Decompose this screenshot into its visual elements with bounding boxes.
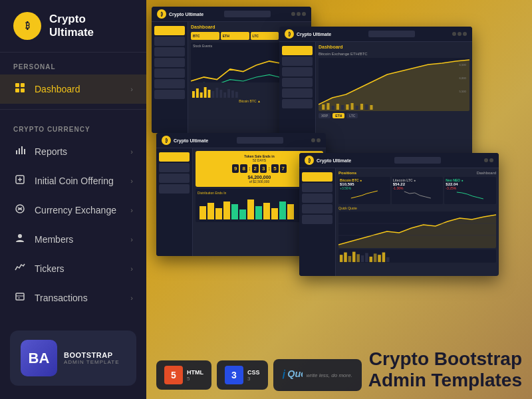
preview-nav-tr-4 — [282, 78, 313, 87]
preview-nav-tr-5 — [282, 88, 313, 98]
svg-rect-54 — [215, 208, 222, 219]
svg-rect-33 — [219, 90, 222, 98]
sidebar-section-crypto: Crypto Currency Reports › — [0, 115, 146, 313]
preview-logo-text: Crypto Ultimate — [169, 12, 203, 17]
svg-rect-2 — [15, 83, 19, 87]
html5-sub: 5 — [187, 376, 203, 382]
section-label-crypto: Crypto Currency — [0, 115, 146, 137]
svg-rect-8 — [21, 146, 23, 154]
svg-rect-47 — [365, 104, 368, 110]
bottom-bar: 5 HTML 5 3 CSS 3 j Query — [146, 340, 532, 399]
preview-dot-bl-1 — [311, 138, 315, 142]
preview-logo-tr: ₿ Crypto Ultimate — [285, 29, 331, 39]
preview-dot-2 — [458, 32, 462, 36]
main-title-section: Crypto Bootstrap Admin Templates — [368, 348, 522, 391]
sidebar-item-dashboard[interactable]: Dashboard › — [0, 74, 146, 104]
svg-text:Query: Query — [287, 368, 303, 379]
svg-rect-38 — [322, 104, 325, 110]
preview-nav-tr-2 — [282, 57, 313, 66]
preview-dot-3 — [463, 32, 467, 36]
nav-br-1 — [302, 172, 332, 182]
svg-rect-70 — [356, 254, 360, 262]
btc-mini-chart — [340, 190, 389, 200]
sidebar-item-members[interactable]: Members › — [0, 225, 146, 254]
count-sep1: : — [249, 164, 251, 173]
preview-main-br: Positions Dashboard Bitcoin BTC ● $10,59… — [336, 168, 499, 276]
main-content: ₿ Crypto Ultimate Dashboard — [146, 0, 532, 399]
svg-rect-9 — [24, 149, 25, 154]
preview-logo-br: ₿ Crypto Ultimate — [305, 156, 351, 165]
reports-icon — [13, 145, 27, 158]
bootstrap-subtitle: ADMIN TEMPLATE — [64, 359, 120, 365]
dashboard-label: Dashboard — [35, 84, 130, 94]
preview-header-bl: ₿ Crypto Ultimate — [156, 133, 326, 148]
preview-nav-tr-1 — [282, 46, 313, 55]
transactions-chevron: › — [130, 294, 133, 302]
tab-xrp: XRP — [319, 113, 331, 118]
badge-html5: 5 HTML 5 — [156, 360, 211, 390]
svg-rect-77 — [386, 257, 390, 262]
svg-rect-45 — [356, 106, 358, 110]
preview-main-tr: Dashboard Bitcoin Exchange ETH/BTC — [316, 42, 472, 160]
ltc-mini-chart — [393, 190, 442, 200]
ba-logo: BA — [21, 340, 57, 376]
jquery-slogan: write less, do more. — [307, 372, 352, 378]
preview-logo-text-tr: Crypto Ultimate — [297, 32, 331, 37]
svg-rect-67 — [344, 253, 347, 263]
tickers-chevron: › — [130, 265, 133, 273]
preview-icon-1 — [291, 12, 295, 16]
positions-title: Positions — [338, 171, 474, 175]
preview-nav-6 — [154, 79, 185, 88]
count-8: 8 — [240, 164, 247, 173]
svg-rect-61 — [271, 208, 278, 219]
svg-rect-62 — [279, 201, 286, 219]
preview-icon-2 — [297, 12, 301, 16]
qq-svg — [338, 211, 496, 248]
stat-2: ETH — [221, 32, 249, 40]
svg-point-14 — [18, 234, 22, 238]
bootstrap-text: BOOTSTRAP ADMIN TEMPLATE — [64, 351, 120, 365]
svg-rect-46 — [360, 104, 363, 110]
transactions-label: Transactions — [35, 293, 130, 303]
svg-rect-7 — [19, 148, 20, 154]
svg-rect-36 — [231, 90, 234, 98]
coin-cards: Bitcoin BTC ● $10,595 +3.56% Litecoin LT… — [338, 177, 496, 204]
exchange-label: Currency Exchange — [35, 205, 130, 215]
sidebar-item-transactions[interactable]: Transactions › — [0, 283, 146, 313]
candlestick-chart: 6,500 6,000 5,500 — [319, 58, 469, 111]
quick-quote-chart — [338, 211, 496, 248]
title-line2: Admin Templates — [368, 370, 522, 390]
sidebar-divider — [0, 109, 146, 110]
css3-label: CSS — [247, 369, 260, 376]
svg-rect-56 — [231, 204, 238, 219]
preview-tabs-tr: XRP ETH LTC — [319, 113, 469, 118]
svg-text:j: j — [283, 368, 286, 379]
svg-rect-69 — [352, 252, 356, 262]
css3-text: CSS 3 — [247, 369, 260, 382]
bootstrap-badge: BA BOOTSTRAP ADMIN TEMPLATE — [10, 331, 136, 386]
jquery-text: write less, do more. — [307, 372, 352, 378]
html5-label: HTML — [187, 369, 203, 376]
svg-rect-75 — [378, 255, 381, 262]
svg-text:₿: ₿ — [25, 21, 30, 31]
sidebar-logo: ₿ Crypto Ultimate — [0, 0, 146, 53]
svg-rect-41 — [336, 104, 339, 110]
svg-rect-59 — [255, 206, 262, 219]
sidebar-item-ico[interactable]: Initial Coin Offering › — [0, 166, 146, 196]
html5-text: HTML 5 — [187, 369, 203, 382]
sidebar-item-currency-exchange[interactable]: Currency Exchange › — [0, 196, 146, 225]
badge-css3: 3 CSS 3 — [217, 360, 268, 390]
svg-rect-34 — [223, 92, 226, 98]
tech-badges: 5 HTML 5 3 CSS 3 j Query — [156, 359, 362, 391]
preview-header-tl: ₿ Crypto Ultimate — [152, 7, 311, 22]
tab-eth: ETH — [332, 113, 344, 118]
svg-rect-58 — [247, 200, 254, 219]
br-title: Dashboard — [477, 171, 496, 175]
svg-rect-57 — [239, 209, 246, 219]
nav-bl-3 — [159, 174, 190, 183]
positions-header: Positions Dashboard — [338, 171, 496, 175]
sidebar-item-reports[interactable]: Reports › — [0, 137, 146, 166]
nav-br-2 — [302, 183, 332, 192]
sidebar-item-tickers[interactable]: Tickers › — [0, 254, 146, 283]
ltc-card: Litecoin LTC ● $54.22 -1.36% — [392, 177, 444, 204]
